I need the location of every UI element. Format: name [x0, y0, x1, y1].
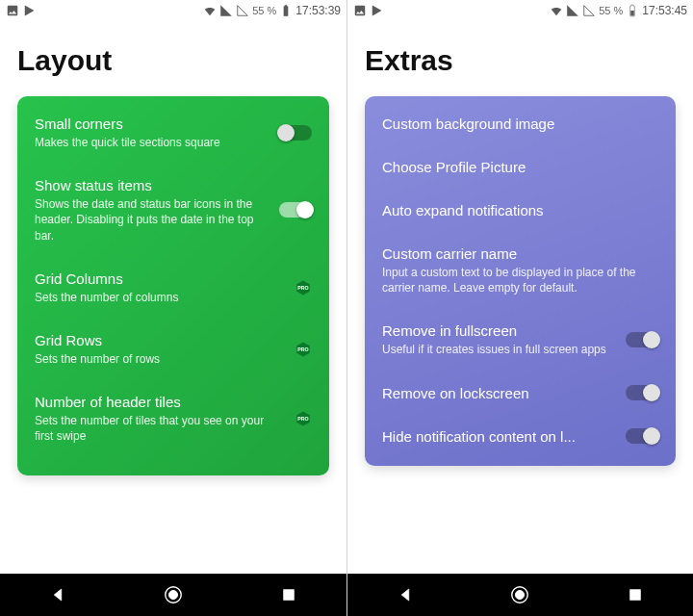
- battery-pct: 55 %: [599, 5, 623, 16]
- setting-title: Hide notification content on l...: [382, 428, 616, 445]
- svg-rect-0: [285, 11, 289, 15]
- phone-right: 55 % 17:53:45 Extras Custom background i…: [346, 0, 693, 616]
- signal-2-icon: [582, 4, 596, 17]
- signal-1-icon: [219, 4, 233, 17]
- setting-auto-expand[interactable]: Auto expand notifications: [382, 189, 658, 232]
- battery-icon: [279, 4, 293, 17]
- nav-bar: [347, 574, 693, 616]
- status-time: 17:53:39: [295, 4, 341, 17]
- status-time: 17:53:45: [642, 4, 687, 17]
- status-bar-left: [6, 4, 37, 17]
- setting-subtitle: Useful if it creates issues in full scre…: [382, 342, 616, 357]
- setting-show-status-items[interactable]: Show status items Shows the date and sta…: [35, 164, 312, 257]
- nav-back-button[interactable]: [44, 581, 71, 608]
- svg-text:PRO: PRO: [297, 285, 308, 291]
- setting-title: Auto expand notifications: [382, 202, 658, 218]
- setting-grid-rows[interactable]: Grid Rows Sets the number of rows PRO: [35, 319, 312, 380]
- phone-left: 55 % 17:53:39 Layout Small corners Makes…: [0, 0, 346, 616]
- play-store-icon: [371, 4, 384, 17]
- settings-card: Small corners Makes the quick tile secti…: [17, 96, 329, 475]
- status-bar-right: 55 % 17:53:45: [550, 4, 687, 17]
- pro-badge-icon: PRO: [295, 279, 312, 296]
- nav-bar: [0, 574, 346, 616]
- svg-text:PRO: PRO: [297, 417, 308, 423]
- setting-carrier-name[interactable]: Custom carrier name Input a custom text …: [382, 232, 658, 309]
- setting-title: Grid Columns: [35, 270, 285, 287]
- nav-recent-button[interactable]: [275, 581, 302, 608]
- setting-title: Remove on lockscreen: [382, 385, 616, 401]
- nav-back-button[interactable]: [392, 581, 419, 608]
- battery-pct: 55 %: [252, 5, 276, 16]
- setting-subtitle: Sets the number of rows: [35, 351, 285, 367]
- nav-recent-button[interactable]: [622, 581, 649, 608]
- signal-1-icon: [566, 4, 579, 17]
- setting-header-tiles[interactable]: Number of header tiles Sets the number o…: [35, 380, 312, 457]
- toggle-show-status-items[interactable]: [279, 202, 312, 218]
- pro-badge-icon: PRO: [295, 410, 312, 427]
- setting-title: Grid Rows: [35, 332, 285, 348]
- toggle-small-corners[interactable]: [279, 125, 312, 141]
- svg-point-8: [168, 590, 177, 599]
- status-bar-left: [353, 4, 384, 17]
- status-bar: 55 % 17:53:39: [0, 0, 346, 21]
- signal-2-icon: [236, 4, 249, 17]
- nav-home-button[interactable]: [160, 581, 187, 608]
- setting-grid-columns[interactable]: Grid Columns Sets the number of columns …: [35, 257, 312, 319]
- content-area: Extras Custom background image Choose Pr…: [347, 21, 693, 574]
- setting-title: Custom carrier name: [382, 245, 658, 262]
- setting-remove-fullscreen[interactable]: Remove in fullscreen Useful if it create…: [382, 309, 658, 371]
- setting-hide-notification[interactable]: Hide notification content on l...: [382, 415, 658, 449]
- svg-point-12: [516, 590, 525, 599]
- wifi-icon: [550, 4, 563, 17]
- svg-rect-10: [631, 11, 635, 15]
- status-bar-right: 55 % 17:53:39: [203, 4, 341, 17]
- setting-small-corners[interactable]: Small corners Makes the quick tile secti…: [35, 110, 312, 164]
- settings-card: Custom background image Choose Profile P…: [365, 96, 676, 466]
- setting-subtitle: Sets the number of tiles that you see on…: [35, 413, 285, 444]
- battery-icon: [626, 4, 639, 17]
- svg-text:PRO: PRO: [297, 346, 308, 352]
- svg-rect-13: [630, 590, 641, 601]
- toggle-remove-fullscreen[interactable]: [626, 332, 658, 347]
- setting-title: Show status items: [35, 177, 270, 193]
- image-icon: [353, 4, 367, 17]
- content-area: Layout Small corners Makes the quick til…: [0, 21, 346, 574]
- setting-remove-lockscreen[interactable]: Remove on lockscreen: [382, 372, 658, 415]
- toggle-hide-notification[interactable]: [626, 428, 658, 444]
- page-title: Layout: [17, 44, 329, 77]
- setting-custom-bg[interactable]: Custom background image: [382, 110, 658, 145]
- svg-rect-9: [284, 590, 295, 601]
- toggle-remove-lockscreen[interactable]: [626, 385, 658, 400]
- setting-subtitle: Input a custom text to be displayed in p…: [382, 265, 658, 295]
- page-title: Extras: [365, 44, 676, 77]
- setting-title: Choose Profile Picture: [382, 159, 658, 175]
- nav-home-button[interactable]: [506, 581, 533, 608]
- setting-title: Custom background image: [382, 116, 658, 132]
- wifi-icon: [203, 4, 217, 17]
- setting-subtitle: Shows the date and status bar icons in t…: [35, 196, 270, 244]
- setting-title: Remove in fullscreen: [382, 322, 616, 339]
- image-icon: [6, 4, 19, 17]
- setting-title: Small corners: [35, 116, 270, 132]
- pro-badge-icon: PRO: [295, 341, 312, 358]
- setting-subtitle: Sets the number of columns: [35, 290, 285, 305]
- setting-profile-picture[interactable]: Choose Profile Picture: [382, 145, 658, 189]
- play-store-icon: [23, 4, 37, 17]
- status-bar: 55 % 17:53:45: [347, 0, 693, 21]
- setting-title: Number of header tiles: [35, 394, 285, 410]
- setting-subtitle: Makes the quick tile sections square: [35, 135, 270, 150]
